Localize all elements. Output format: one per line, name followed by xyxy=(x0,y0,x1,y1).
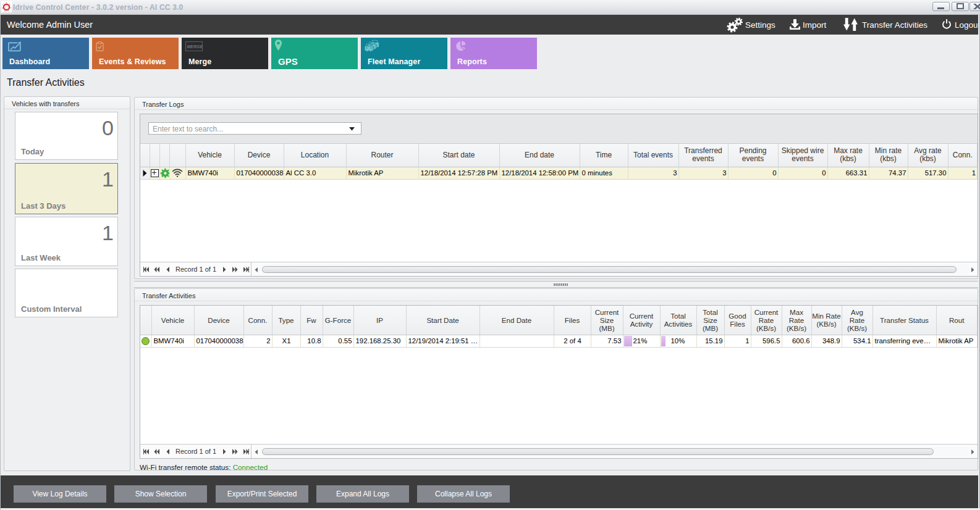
svg-text:MERGE: MERGE xyxy=(187,44,203,49)
